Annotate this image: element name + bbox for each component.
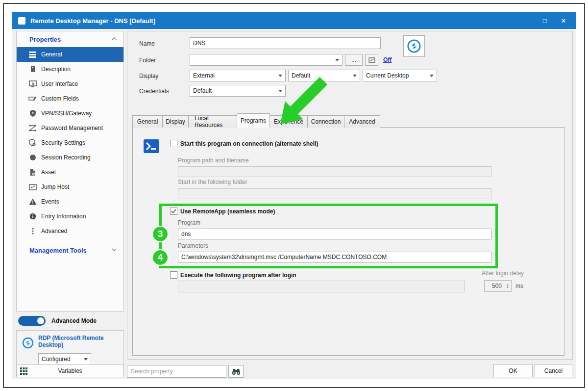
info-icon (28, 212, 37, 221)
toggle-knob-icon (37, 317, 44, 324)
program-path-label: Program path and filename (178, 157, 249, 164)
rdp-configured-dropdown[interactable]: Configured (38, 353, 91, 365)
rdp-protocol-button[interactable] (403, 35, 425, 57)
folder-image-button[interactable] (365, 54, 378, 66)
folder-browse-button[interactable]: ... (345, 54, 363, 66)
sidebar-section-properties[interactable]: Properties (17, 31, 123, 47)
sidebar-item-custom-fields[interactable]: Custom Fields (17, 91, 123, 106)
display-monitor-value: Current Desktop (366, 72, 409, 79)
sidebar-item-asset[interactable]: Asset (17, 165, 123, 180)
caret-down-icon (353, 75, 357, 77)
image-icon (368, 57, 375, 63)
sidebar-item-label: Asset (41, 169, 56, 176)
sidebar-item-password-management[interactable]: Password Management (17, 121, 123, 135)
sidebar-item-label: Entry Information (41, 213, 86, 220)
sidebar-item-label: Custom Fields (41, 95, 79, 102)
record-icon (28, 154, 37, 162)
off-link[interactable]: Off (383, 56, 392, 63)
folder-label: Folder (139, 57, 156, 64)
tab-display[interactable]: Display (162, 115, 189, 128)
name-label: Name (139, 40, 155, 47)
ellipsis-icon (28, 227, 37, 235)
management-tools-header-label: Management Tools (29, 247, 87, 254)
shield-gear-icon (28, 139, 37, 147)
sidebar-item-session-recording[interactable]: Session Recording (17, 150, 123, 165)
sidebar-item-label: Events (41, 198, 59, 205)
after-login-delay-spinner[interactable]: 500 ▲▼ (484, 280, 512, 292)
ok-button[interactable]: OK (493, 364, 533, 377)
sidebar-item-user-interface[interactable]: User Interface (17, 77, 123, 91)
display-label: Display (139, 73, 158, 79)
close-button[interactable]: ✕ (554, 12, 573, 29)
start-folder-input[interactable] (178, 188, 491, 199)
rdp-configured-value: Configured (42, 356, 71, 363)
tab-advanced[interactable]: Advanced (344, 115, 380, 128)
delay-unit-label: ms (515, 283, 523, 289)
chevron-up-icon (112, 37, 117, 40)
execute-after-login-input[interactable] (178, 281, 465, 292)
sidebar-item-description[interactable]: Description (17, 62, 123, 77)
sidebar-item-jump-host[interactable]: Jump Host (17, 180, 123, 194)
sidebar-item-label: Password Management (41, 125, 103, 131)
search-property-input[interactable] (127, 365, 226, 378)
warning-icon (28, 198, 37, 206)
sidebar-item-events[interactable]: Events (17, 194, 123, 209)
folder-dropdown[interactable] (190, 54, 343, 66)
rdp-type-title: RDP (Microsoft Remote Desktop) (38, 335, 119, 348)
credentials-value: Default (193, 87, 212, 94)
tab-general[interactable]: General (132, 115, 163, 128)
tab-programs[interactable]: Programs (237, 113, 270, 128)
advanced-mode-label: Advanced Mode (51, 317, 97, 324)
sidebar-item-general[interactable]: General (17, 47, 123, 62)
sidebar-item-security-settings[interactable]: Security Settings (17, 135, 123, 150)
after-login-delay-label: After login delay (482, 270, 524, 277)
caret-down-icon (430, 75, 434, 77)
advanced-mode-row: Advanced Mode (16, 314, 124, 327)
annotation-step-4: 4 (152, 249, 169, 266)
cancel-button[interactable]: Cancel (535, 364, 572, 377)
window-title: Remote Desktop Manager - DNS [Default] (30, 17, 155, 25)
sidebar-item-label: VPN/SSH/Gateway (41, 110, 92, 117)
search-button[interactable] (228, 365, 244, 378)
tab-local-resources[interactable]: Local Resources (188, 115, 237, 128)
sidebar-item-vpn-ssh-gateway[interactable]: VPN/SSH/Gateway (17, 106, 123, 121)
alternate-shell-label: Start this program on connection (altern… (180, 140, 318, 147)
rdp-logo-icon (406, 38, 422, 54)
alternate-shell-checkbox[interactable] (170, 140, 177, 147)
sidebar-item-label: Session Recording (41, 154, 91, 161)
sidebar-item-advanced[interactable]: Advanced (17, 224, 123, 238)
binoculars-icon (232, 368, 241, 375)
tag-icon (28, 65, 37, 74)
maximize-button[interactable]: □ (536, 12, 554, 29)
monitor-icon (28, 80, 37, 88)
programs-tab-content: Start this program on connection (altern… (132, 127, 564, 356)
field-edit-icon (28, 95, 37, 103)
execute-after-login-checkbox[interactable] (170, 271, 177, 279)
variables-button-label: Variables (58, 367, 82, 374)
sidebar-section-management-tools[interactable]: Management Tools (17, 242, 123, 258)
caret-down-icon (335, 59, 339, 61)
advanced-mode-toggle[interactable] (18, 316, 46, 326)
sidebar-item-label: User Interface (41, 80, 78, 87)
app-window: Remote Desktop Manager - DNS [Default] □… (12, 12, 576, 379)
sidebar-item-label: Description (41, 66, 71, 73)
annotation-box (159, 204, 498, 268)
spinner-arrows-icon[interactable]: ▲▼ (504, 281, 511, 291)
annotation-arrow (268, 76, 332, 130)
sidebar-item-label: Jump Host (41, 183, 69, 190)
sidebar-item-label: Advanced (41, 228, 67, 235)
program-path-input[interactable] (178, 166, 491, 177)
app-icon (18, 17, 25, 25)
jump-host-icon (28, 183, 37, 191)
variables-grid-icon (20, 367, 27, 375)
variables-button[interactable]: Variables (16, 364, 124, 377)
chevron-down-icon (112, 248, 117, 251)
execute-after-login-label: Execute the following program after logi… (180, 272, 296, 279)
after-login-delay-value: 500 (485, 281, 504, 291)
sidebar-item-entry-information[interactable]: Entry Information (17, 209, 123, 224)
shield-icon (28, 109, 37, 118)
display-monitor-dropdown[interactable]: Current Desktop (363, 70, 437, 81)
name-input[interactable] (190, 37, 381, 49)
sidebar-item-label: Security Settings (41, 139, 85, 146)
rdp-logo-icon (22, 337, 34, 349)
